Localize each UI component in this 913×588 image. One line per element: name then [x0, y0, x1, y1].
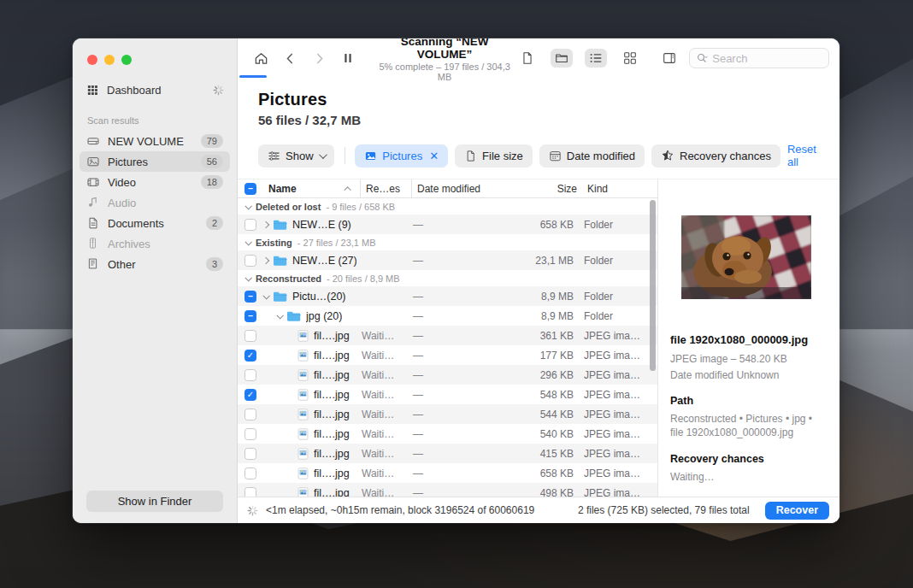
sidebar-item-new-volume[interactable]: NEW VOLUME79: [80, 131, 230, 151]
sidebar-item-other[interactable]: Other3: [80, 254, 230, 274]
row-name: fil….jpg: [314, 389, 350, 401]
show-filter-button[interactable]: Show: [258, 144, 334, 168]
file-row[interactable]: fil….jpgWaiti…—544 KBJPEG ima…: [238, 404, 657, 424]
show-in-finder-button[interactable]: Show in Finder: [86, 491, 223, 512]
row-date: —: [411, 389, 512, 401]
detail-recovery-label: Recovery chances: [670, 453, 822, 465]
row-checkbox[interactable]: [244, 219, 256, 231]
divider: [345, 147, 345, 164]
row-checkbox[interactable]: [244, 255, 256, 267]
folder-view-button[interactable]: [551, 49, 573, 68]
row-checkbox[interactable]: ✓: [244, 350, 256, 362]
row-checkbox[interactable]: –: [244, 291, 256, 303]
group-row[interactable]: Reconstructed- 20 files / 8,9 MB: [238, 270, 657, 286]
filter-chip-recovery-chances[interactable]: Recovery chances: [651, 144, 780, 168]
row-checkbox[interactable]: [244, 428, 256, 440]
row-checkbox[interactable]: [244, 467, 256, 479]
row-date: —: [411, 369, 512, 381]
file-row[interactable]: fil….jpgWaiti…—540 KBJPEG ima…: [238, 424, 657, 444]
column-size[interactable]: Size: [512, 179, 582, 197]
zoom-window-button[interactable]: [121, 55, 132, 65]
folder-row[interactable]: –jpg (20)—8,9 MBFolder: [238, 306, 657, 326]
close-icon[interactable]: ✕: [429, 150, 439, 162]
pause-scan-button[interactable]: [337, 49, 359, 68]
row-kind: JPEG ima…: [582, 487, 657, 497]
filter-chip-date-modified[interactable]: Date modified: [539, 144, 645, 168]
sidebar-item-audio[interactable]: Audio: [80, 192, 230, 213]
image-file-icon: [297, 428, 309, 440]
folder-row[interactable]: NEW…E (27)—23,1 MBFolder: [238, 250, 657, 270]
file-row[interactable]: fil….jpgWaiti…—498 KBJPEG ima…: [238, 483, 657, 497]
search-input[interactable]: [712, 52, 822, 65]
file-row[interactable]: fil….jpgWaiti…—658 KBJPEG ima…: [238, 463, 657, 483]
filter-chip-file-size[interactable]: File size: [455, 144, 533, 168]
file-row[interactable]: fil….jpgWaiti…—361 KBJPEG ima…: [238, 326, 657, 345]
search-field[interactable]: [689, 48, 829, 68]
chevron-down-icon[interactable]: [244, 203, 251, 209]
file-row[interactable]: ✓fil….jpgWaiti…—548 KBJPEG ima…: [238, 385, 657, 404]
disclosure-icon[interactable]: [276, 312, 283, 319]
sidebar-item-pictures[interactable]: Pictures56: [80, 151, 230, 172]
main-area: Scanning “NEW VOLUME” 5% complete – 197 …: [238, 38, 839, 523]
filter-chip-pictures[interactable]: Pictures✕: [355, 144, 448, 168]
progress-text: <1m elapsed, ~0h15m remain, block 319652…: [266, 504, 534, 516]
home-button[interactable]: [250, 49, 272, 68]
row-checkbox[interactable]: –: [244, 310, 256, 322]
row-checkbox[interactable]: [244, 369, 256, 381]
group-row[interactable]: Existing- 27 files / 23,1 MB: [238, 234, 657, 250]
new-document-button[interactable]: [516, 49, 539, 68]
star-half-icon: [661, 149, 674, 162]
close-window-button[interactable]: [87, 55, 97, 65]
chevron-down-icon[interactable]: [244, 274, 251, 281]
disclosure-icon[interactable]: [262, 256, 269, 263]
table-scrollbar[interactable]: [650, 200, 656, 371]
row-kind: JPEG ima…: [582, 467, 657, 479]
recover-button[interactable]: Recover: [765, 502, 829, 520]
grid-view-button[interactable]: [619, 49, 641, 68]
column-kind[interactable]: Kind: [582, 179, 657, 197]
row-size: 415 KB: [512, 448, 582, 460]
row-checkbox[interactable]: [244, 330, 256, 342]
column-name[interactable]: Name: [263, 179, 360, 197]
minimize-window-button[interactable]: [104, 55, 115, 65]
sidebar-item-documents[interactable]: Documents2: [80, 213, 230, 233]
page-subtitle: 56 files / 32,7 MB: [258, 113, 819, 127]
select-all-checkbox[interactable]: –: [244, 183, 256, 195]
list-view-button[interactable]: [585, 49, 607, 68]
row-checkbox[interactable]: ✓: [244, 389, 256, 401]
chevron-down-icon: [318, 150, 327, 159]
row-name: jpg (20): [306, 310, 342, 322]
sidebar-item-label: Documents: [108, 217, 164, 230]
chevron-down-icon[interactable]: [244, 238, 251, 245]
row-kind: Folder: [582, 291, 657, 303]
reset-all-link[interactable]: Reset all: [787, 143, 828, 168]
row-checkbox[interactable]: [244, 487, 256, 497]
group-label: Existing: [256, 238, 292, 248]
sidebar-item-archives[interactable]: Archives: [80, 233, 230, 254]
folder-row[interactable]: –Pictu…(20)—8,9 MBFolder: [238, 286, 657, 306]
folder-row[interactable]: NEW…E (9)—658 KBFolder: [238, 215, 657, 234]
toggle-panel-button[interactable]: [658, 49, 680, 68]
forward-button[interactable]: [308, 49, 330, 68]
detail-path-label: Path: [670, 395, 822, 407]
count-badge: 2: [206, 216, 223, 230]
column-date-modified[interactable]: Date modified: [411, 179, 512, 197]
file-row[interactable]: fil….jpgWaiti…—415 KBJPEG ima…: [238, 444, 657, 463]
scan-results-section-label: Scan results: [87, 115, 237, 126]
back-button[interactable]: [279, 49, 301, 68]
disclosure-icon[interactable]: [262, 292, 269, 299]
pictures-icon: [86, 155, 100, 168]
sidebar-item-label: Other: [108, 258, 136, 271]
row-checkbox[interactable]: [244, 409, 256, 420]
page-title: Pictures: [258, 90, 819, 109]
image-file-icon: [297, 369, 309, 381]
chip-label: Date modified: [567, 150, 635, 162]
row-checkbox[interactable]: [244, 448, 256, 460]
disclosure-icon[interactable]: [262, 220, 269, 227]
column-recovery[interactable]: Re…es: [360, 179, 411, 197]
file-row[interactable]: ✓fil….jpgWaiti…—177 KBJPEG ima…: [238, 345, 657, 365]
sidebar-item-video[interactable]: Video18: [80, 172, 230, 192]
file-row[interactable]: fil….jpgWaiti…—296 KBJPEG ima…: [238, 365, 657, 385]
sidebar-item-dashboard[interactable]: Dashboard: [86, 84, 225, 97]
group-row[interactable]: Deleted or lost- 9 files / 658 KB: [238, 198, 657, 215]
